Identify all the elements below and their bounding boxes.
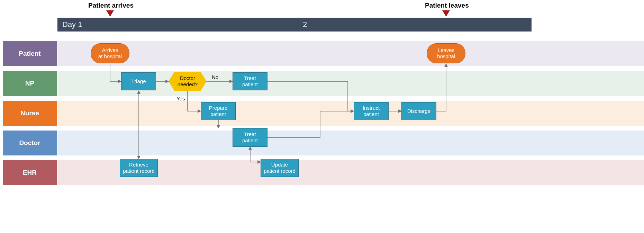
lane-label-patient: Patient: [3, 41, 57, 66]
timeline-seg-1: Day 1: [62, 20, 82, 29]
lane-label-np: NP: [3, 71, 57, 96]
lane-strip-nurse: [57, 101, 644, 126]
node-leaves: Leaveshospital: [427, 43, 465, 63]
node-prepare: Preparepatient: [201, 102, 236, 120]
lane-label-nurse: Nurse: [3, 101, 57, 126]
milestone-end-label: Patient leaves: [425, 2, 469, 9]
edge-label-yes: Yes: [176, 96, 185, 101]
timeline-bar: Day 1 2: [57, 18, 532, 32]
node-decision-doctor: Doctorneeded?: [169, 72, 207, 91]
node-triage: Triage: [121, 72, 156, 90]
lane-strip-patient: [57, 41, 644, 66]
node-discharge: Discharge: [401, 102, 436, 120]
flow-diagram: Patient arrives Patient leaves Day 1 2 P…: [0, 0, 644, 233]
node-arrives: Arrivesat hospital: [91, 43, 129, 63]
timeline-seg-2: 2: [303, 20, 307, 29]
lane-label-doctor: Doctor: [3, 131, 57, 155]
node-update: Updatepatient record: [261, 159, 299, 177]
milestone-start-icon: [106, 10, 114, 17]
milestone-start-label: Patient arrives: [88, 2, 134, 9]
node-retrieve: Retrievepatient record: [120, 159, 158, 177]
lane-strip-doctor: [57, 131, 644, 155]
milestone-end-icon: [442, 10, 450, 17]
node-instruct: Instructpatient: [354, 102, 389, 120]
lane-label-ehr: EHR: [3, 160, 57, 185]
node-doctor-treat: Treatpatient: [233, 128, 267, 147]
edge-label-no: No: [212, 74, 218, 80]
node-np-treat: Treatpatient: [233, 72, 267, 90]
